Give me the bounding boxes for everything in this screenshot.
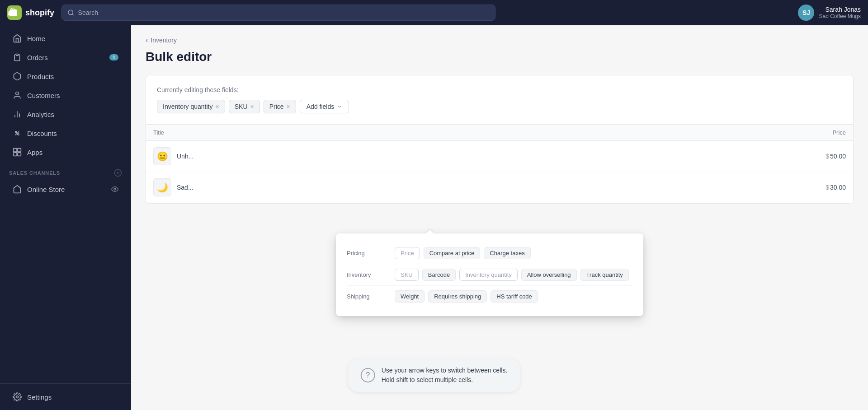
sidebar-item-orders[interactable]: Orders 1 (4, 48, 127, 66)
user-info: SJ Sarah Jonas Sad Coffee Mugs (798, 5, 861, 21)
eye-icon[interactable] (111, 186, 118, 193)
svg-point-19 (16, 396, 19, 398)
dropdown-tag-compare-at-price[interactable]: Compare at price (424, 247, 481, 259)
dropdown-tag-weight[interactable]: Weight (395, 290, 425, 303)
svg-point-9 (18, 134, 19, 135)
sidebar-item-customers[interactable]: Customers (4, 86, 127, 104)
product-image-1: 😐 (153, 147, 171, 165)
shopify-logo[interactable]: shopify (7, 5, 54, 20)
svg-rect-11 (14, 149, 17, 152)
dropdown-tag-inventory-quantity[interactable]: Inventory quantity (459, 269, 518, 281)
field-tag-sku: SKU × (229, 100, 260, 113)
user-shop: Sad Coffee Mugs (819, 13, 861, 19)
add-fields-button[interactable]: Add fields (300, 100, 349, 113)
breadcrumb-text: Inventory (151, 37, 177, 44)
dropdown-tag-barcode[interactable]: Barcode (422, 269, 456, 281)
svg-point-1 (68, 10, 73, 14)
svg-point-18 (114, 188, 116, 190)
dropdown-tag-price[interactable]: Price (395, 247, 420, 259)
table-cell-title-2: 🌙 Sad... (146, 172, 579, 203)
sidebar-item-analytics-label: Analytics (27, 111, 54, 118)
remove-inventory-quantity[interactable]: × (216, 103, 219, 110)
dropdown-tag-requires-shipping[interactable]: Requires shipping (428, 290, 487, 303)
dropdown-tag-track-quantity[interactable]: Track quantity (580, 269, 629, 281)
bulk-table: Title Price 😐 Unh... (146, 124, 853, 203)
search-bar[interactable] (61, 5, 495, 21)
table-cell-title: 😐 Unh... (146, 141, 579, 172)
sidebar-item-settings-label: Settings (27, 393, 52, 401)
dropdown-pricing-label: Pricing (347, 247, 387, 256)
remove-sku[interactable]: × (250, 103, 254, 110)
col-title: Title (146, 125, 579, 141)
dropdown-shipping-label: Shipping (347, 290, 387, 300)
sidebar-item-online-store-label: Online Store (27, 186, 65, 193)
sidebar-item-discounts[interactable]: Discounts (4, 124, 127, 142)
top-navigation: shopify SJ Sarah Jonas Sad Coffee Mugs (0, 0, 868, 25)
svg-rect-12 (18, 149, 21, 152)
hint-text: Use your arrow keys to switch between ce… (382, 366, 508, 385)
svg-line-10 (15, 131, 19, 135)
keyboard-hint-box: ? Use your arrow keys to switch between … (348, 359, 520, 392)
product-title-2: Sad... (177, 184, 193, 191)
dropdown-shipping-tags: Weight Requires shipping HS tariff code (395, 290, 632, 303)
col-price: Price (579, 125, 853, 141)
hint-icon: ? (361, 368, 375, 382)
orders-badge: 1 (109, 54, 118, 61)
dropdown-section-pricing: Pricing Price Compare at price Charge ta… (347, 242, 632, 264)
dropdown-pricing-tags: Price Compare at price Charge taxes (395, 247, 632, 259)
main-content: ‹ Inventory Bulk editor Currently editin… (131, 25, 868, 410)
table-cell-price-1: $50.00 (579, 141, 853, 172)
dropdown-section-inventory: Inventory SKU Barcode Inventory quantity… (347, 264, 632, 286)
sidebar-item-analytics[interactable]: Analytics (4, 105, 127, 123)
fields-label: Currently editing these fields: (157, 86, 842, 93)
add-fields-dropdown: Pricing Price Compare at price Charge ta… (336, 233, 643, 316)
sidebar-item-customers-label: Customers (27, 92, 60, 99)
search-input[interactable] (78, 9, 490, 16)
dropdown-inventory-label: Inventory (347, 269, 387, 278)
breadcrumb[interactable]: ‹ Inventory (146, 36, 854, 44)
breadcrumb-arrow-icon: ‹ (146, 36, 148, 44)
editor-card: Currently editing these fields: Inventor… (146, 75, 854, 204)
dropdown-inventory-tags: SKU Barcode Inventory quantity Allow ove… (395, 269, 632, 281)
table-row: 🌙 Sad... $30.00 (146, 172, 853, 203)
dropdown-tag-charge-taxes[interactable]: Charge taxes (484, 247, 530, 259)
sidebar-item-home[interactable]: Home (4, 29, 127, 47)
dropdown-tag-hs-tariff-code[interactable]: HS tariff code (491, 290, 538, 303)
dropdown-tag-allow-overselling[interactable]: Allow overselling (521, 269, 577, 281)
settings-section: Settings (0, 383, 131, 406)
svg-point-8 (15, 131, 17, 133)
svg-rect-3 (16, 54, 19, 56)
svg-line-2 (72, 14, 74, 15)
sales-channels-section: SALES CHANNELS (0, 162, 131, 180)
avatar: SJ (798, 5, 814, 21)
sidebar-item-orders-label: Orders (27, 54, 48, 61)
active-fields-row: Inventory quantity × SKU × Price × Add (157, 100, 842, 113)
svg-point-4 (16, 92, 19, 95)
svg-rect-13 (14, 153, 17, 156)
sidebar-item-home-label: Home (27, 35, 45, 42)
sidebar-item-apps-label: Apps (27, 149, 42, 156)
field-tag-price: Price × (264, 100, 296, 113)
product-image-2: 🌙 (153, 178, 171, 196)
dropdown-arrow-icon (337, 104, 342, 109)
table-cell-price-2: $30.00 (579, 172, 853, 203)
field-tag-inventory-quantity: Inventory quantity × (157, 100, 225, 113)
sidebar-item-apps[interactable]: Apps (4, 143, 127, 161)
product-title-1: Unh... (177, 153, 193, 160)
user-text: Sarah Jonas Sad Coffee Mugs (819, 6, 861, 19)
sidebar-item-products[interactable]: Products (4, 67, 127, 85)
logo-text: shopify (25, 8, 54, 18)
sidebar-item-discounts-label: Discounts (27, 130, 57, 137)
sidebar: Home Orders 1 Products Customers (0, 25, 131, 410)
dropdown-arrow-decoration (426, 230, 434, 233)
user-name: Sarah Jonas (819, 6, 861, 13)
sidebar-item-products-label: Products (27, 73, 54, 80)
sidebar-item-settings[interactable]: Settings (4, 388, 127, 406)
sidebar-item-online-store[interactable]: Online Store (4, 180, 127, 198)
dropdown-section-shipping: Shipping Weight Requires shipping HS tar… (347, 286, 632, 307)
dropdown-tag-sku[interactable]: SKU (395, 269, 419, 281)
add-sales-channel-icon[interactable] (114, 169, 122, 177)
page-title: Bulk editor (146, 50, 854, 64)
remove-price[interactable]: × (287, 103, 290, 110)
table-row: 😐 Unh... $50.00 (146, 141, 853, 172)
